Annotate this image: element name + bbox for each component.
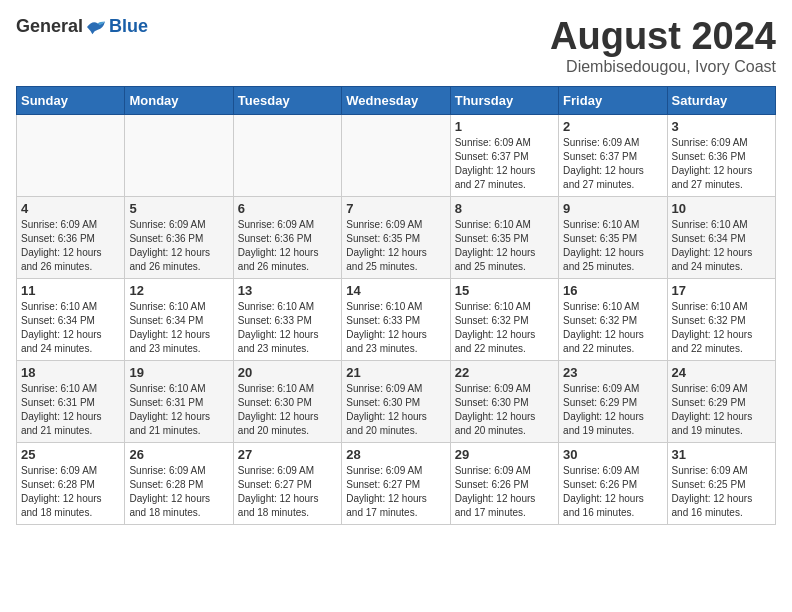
day-info: Sunrise: 6:10 AM Sunset: 6:32 PM Dayligh… [455, 301, 536, 354]
calendar-cell: 1Sunrise: 6:09 AM Sunset: 6:37 PM Daylig… [450, 114, 558, 196]
day-info: Sunrise: 6:09 AM Sunset: 6:36 PM Dayligh… [672, 137, 753, 190]
day-info: Sunrise: 6:10 AM Sunset: 6:32 PM Dayligh… [672, 301, 753, 354]
day-info: Sunrise: 6:10 AM Sunset: 6:33 PM Dayligh… [346, 301, 427, 354]
logo-general-text: General [16, 16, 83, 37]
day-number: 24 [672, 365, 771, 380]
calendar-cell: 31Sunrise: 6:09 AM Sunset: 6:25 PM Dayli… [667, 442, 775, 524]
day-info: Sunrise: 6:09 AM Sunset: 6:37 PM Dayligh… [455, 137, 536, 190]
calendar-cell: 24Sunrise: 6:09 AM Sunset: 6:29 PM Dayli… [667, 360, 775, 442]
day-info: Sunrise: 6:09 AM Sunset: 6:28 PM Dayligh… [21, 465, 102, 518]
calendar-cell: 13Sunrise: 6:10 AM Sunset: 6:33 PM Dayli… [233, 278, 341, 360]
logo-bird-icon [85, 18, 107, 36]
day-info: Sunrise: 6:09 AM Sunset: 6:29 PM Dayligh… [672, 383, 753, 436]
day-info: Sunrise: 6:09 AM Sunset: 6:30 PM Dayligh… [346, 383, 427, 436]
day-info: Sunrise: 6:10 AM Sunset: 6:34 PM Dayligh… [21, 301, 102, 354]
calendar-week-row: 11Sunrise: 6:10 AM Sunset: 6:34 PM Dayli… [17, 278, 776, 360]
day-number: 6 [238, 201, 337, 216]
header: General Blue August 2024 Diembisedougou,… [16, 16, 776, 76]
calendar-cell: 29Sunrise: 6:09 AM Sunset: 6:26 PM Dayli… [450, 442, 558, 524]
day-of-week-header: Wednesday [342, 86, 450, 114]
day-number: 5 [129, 201, 228, 216]
logo: General Blue [16, 16, 148, 37]
calendar-cell: 17Sunrise: 6:10 AM Sunset: 6:32 PM Dayli… [667, 278, 775, 360]
calendar-cell: 5Sunrise: 6:09 AM Sunset: 6:36 PM Daylig… [125, 196, 233, 278]
calendar-cell: 19Sunrise: 6:10 AM Sunset: 6:31 PM Dayli… [125, 360, 233, 442]
calendar-cell: 23Sunrise: 6:09 AM Sunset: 6:29 PM Dayli… [559, 360, 667, 442]
day-info: Sunrise: 6:09 AM Sunset: 6:35 PM Dayligh… [346, 219, 427, 272]
day-info: Sunrise: 6:09 AM Sunset: 6:27 PM Dayligh… [346, 465, 427, 518]
day-info: Sunrise: 6:09 AM Sunset: 6:30 PM Dayligh… [455, 383, 536, 436]
calendar-cell: 4Sunrise: 6:09 AM Sunset: 6:36 PM Daylig… [17, 196, 125, 278]
day-info: Sunrise: 6:09 AM Sunset: 6:37 PM Dayligh… [563, 137, 644, 190]
day-of-week-header: Sunday [17, 86, 125, 114]
day-number: 26 [129, 447, 228, 462]
day-number: 27 [238, 447, 337, 462]
calendar-table: SundayMondayTuesdayWednesdayThursdayFrid… [16, 86, 776, 525]
calendar-cell: 26Sunrise: 6:09 AM Sunset: 6:28 PM Dayli… [125, 442, 233, 524]
day-number: 23 [563, 365, 662, 380]
calendar-cell: 7Sunrise: 6:09 AM Sunset: 6:35 PM Daylig… [342, 196, 450, 278]
day-info: Sunrise: 6:09 AM Sunset: 6:36 PM Dayligh… [21, 219, 102, 272]
calendar-cell: 21Sunrise: 6:09 AM Sunset: 6:30 PM Dayli… [342, 360, 450, 442]
day-info: Sunrise: 6:10 AM Sunset: 6:35 PM Dayligh… [563, 219, 644, 272]
day-info: Sunrise: 6:09 AM Sunset: 6:29 PM Dayligh… [563, 383, 644, 436]
calendar-week-row: 25Sunrise: 6:09 AM Sunset: 6:28 PM Dayli… [17, 442, 776, 524]
calendar-cell: 2Sunrise: 6:09 AM Sunset: 6:37 PM Daylig… [559, 114, 667, 196]
calendar-cell [342, 114, 450, 196]
day-info: Sunrise: 6:09 AM Sunset: 6:26 PM Dayligh… [455, 465, 536, 518]
day-number: 12 [129, 283, 228, 298]
day-info: Sunrise: 6:10 AM Sunset: 6:32 PM Dayligh… [563, 301, 644, 354]
day-of-week-header: Tuesday [233, 86, 341, 114]
day-number: 19 [129, 365, 228, 380]
day-number: 8 [455, 201, 554, 216]
day-number: 13 [238, 283, 337, 298]
calendar-cell: 12Sunrise: 6:10 AM Sunset: 6:34 PM Dayli… [125, 278, 233, 360]
calendar-cell: 30Sunrise: 6:09 AM Sunset: 6:26 PM Dayli… [559, 442, 667, 524]
day-info: Sunrise: 6:09 AM Sunset: 6:36 PM Dayligh… [238, 219, 319, 272]
day-info: Sunrise: 6:09 AM Sunset: 6:26 PM Dayligh… [563, 465, 644, 518]
day-info: Sunrise: 6:09 AM Sunset: 6:28 PM Dayligh… [129, 465, 210, 518]
day-number: 4 [21, 201, 120, 216]
calendar-cell: 11Sunrise: 6:10 AM Sunset: 6:34 PM Dayli… [17, 278, 125, 360]
calendar-cell: 8Sunrise: 6:10 AM Sunset: 6:35 PM Daylig… [450, 196, 558, 278]
main-title: August 2024 [550, 16, 776, 58]
day-number: 2 [563, 119, 662, 134]
day-number: 25 [21, 447, 120, 462]
calendar-cell [233, 114, 341, 196]
day-number: 3 [672, 119, 771, 134]
calendar-cell: 9Sunrise: 6:10 AM Sunset: 6:35 PM Daylig… [559, 196, 667, 278]
day-number: 7 [346, 201, 445, 216]
calendar-cell: 20Sunrise: 6:10 AM Sunset: 6:30 PM Dayli… [233, 360, 341, 442]
day-info: Sunrise: 6:10 AM Sunset: 6:34 PM Dayligh… [672, 219, 753, 272]
day-info: Sunrise: 6:09 AM Sunset: 6:25 PM Dayligh… [672, 465, 753, 518]
day-number: 30 [563, 447, 662, 462]
day-number: 31 [672, 447, 771, 462]
calendar-week-row: 4Sunrise: 6:09 AM Sunset: 6:36 PM Daylig… [17, 196, 776, 278]
calendar-cell: 10Sunrise: 6:10 AM Sunset: 6:34 PM Dayli… [667, 196, 775, 278]
day-of-week-header: Monday [125, 86, 233, 114]
day-of-week-header: Thursday [450, 86, 558, 114]
day-number: 17 [672, 283, 771, 298]
calendar-cell: 18Sunrise: 6:10 AM Sunset: 6:31 PM Dayli… [17, 360, 125, 442]
day-info: Sunrise: 6:10 AM Sunset: 6:35 PM Dayligh… [455, 219, 536, 272]
calendar-header-row: SundayMondayTuesdayWednesdayThursdayFrid… [17, 86, 776, 114]
calendar-cell: 25Sunrise: 6:09 AM Sunset: 6:28 PM Dayli… [17, 442, 125, 524]
day-number: 29 [455, 447, 554, 462]
calendar-week-row: 1Sunrise: 6:09 AM Sunset: 6:37 PM Daylig… [17, 114, 776, 196]
calendar-cell: 15Sunrise: 6:10 AM Sunset: 6:32 PM Dayli… [450, 278, 558, 360]
day-info: Sunrise: 6:10 AM Sunset: 6:31 PM Dayligh… [21, 383, 102, 436]
logo-blue-text: Blue [109, 16, 148, 37]
day-number: 15 [455, 283, 554, 298]
day-number: 16 [563, 283, 662, 298]
day-number: 21 [346, 365, 445, 380]
day-info: Sunrise: 6:10 AM Sunset: 6:33 PM Dayligh… [238, 301, 319, 354]
calendar-cell: 28Sunrise: 6:09 AM Sunset: 6:27 PM Dayli… [342, 442, 450, 524]
calendar-cell: 6Sunrise: 6:09 AM Sunset: 6:36 PM Daylig… [233, 196, 341, 278]
day-number: 14 [346, 283, 445, 298]
day-number: 10 [672, 201, 771, 216]
day-number: 28 [346, 447, 445, 462]
calendar-cell: 27Sunrise: 6:09 AM Sunset: 6:27 PM Dayli… [233, 442, 341, 524]
day-number: 22 [455, 365, 554, 380]
day-info: Sunrise: 6:09 AM Sunset: 6:27 PM Dayligh… [238, 465, 319, 518]
day-number: 11 [21, 283, 120, 298]
